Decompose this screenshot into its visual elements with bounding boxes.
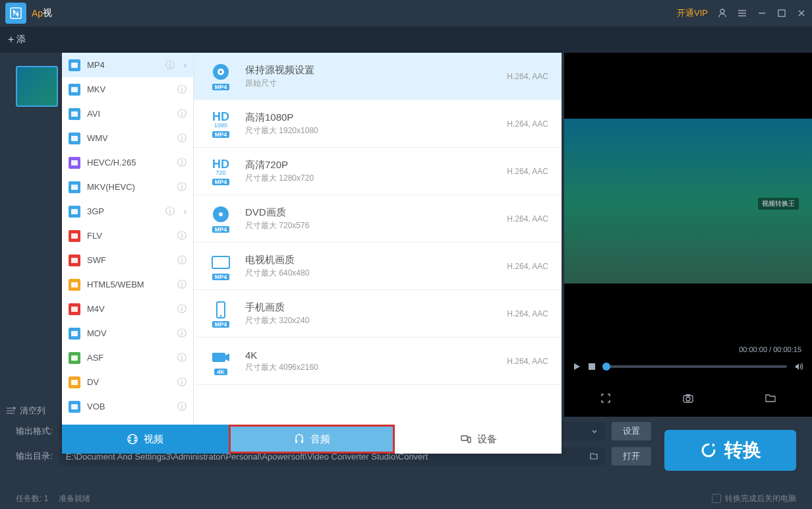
shutdown-checkbox[interactable] [712,494,721,503]
camera-icon[interactable] [682,392,694,404]
format-label: VOB [87,402,171,411]
preset-subtitle: 原始尺寸 [245,78,496,89]
info-icon[interactable]: ⓘ [177,254,187,266]
video-controls [564,353,812,380]
svg-rect-15 [71,355,78,361]
format-item-mkv[interactable]: MKV ⓘ [62,77,193,102]
fullscreen-icon[interactable] [600,392,612,404]
format-item-m4v[interactable]: M4V ⓘ [62,297,193,321]
preset-item-0[interactable]: MP4 保持源视频设置 原始尺寸 H.264, AAC [194,53,562,100]
preview-actions [564,386,812,410]
time-display: 00:00:00 / 00:00:15 [739,345,801,353]
maximize-button[interactable] [776,8,787,18]
video-preview: 视频转换王 [564,119,812,284]
open-button[interactable]: 打开 [612,447,651,465]
svg-rect-32 [295,440,297,443]
format-label: ASF [87,353,171,363]
svg-point-20 [219,71,222,73]
tab-video[interactable]: 视频 [62,425,229,454]
svg-rect-4 [71,87,78,92]
format-item-3gp[interactable]: 3GP ⓘ › [62,199,193,224]
format-item-hevch265[interactable]: HEVC/H.265 ⓘ [62,150,193,175]
convert-button[interactable]: 转换 [664,430,796,471]
info-icon[interactable]: ⓘ [177,230,187,242]
video-thumbnail[interactable] [16,66,58,107]
svg-rect-14 [71,331,78,336]
preset-item-6[interactable]: 4K 4K 尺寸最大 4096x2160 H.264, AAC [194,338,562,385]
preset-item-2[interactable]: HD720 MP4 高清720P 尺寸最大 1280x720 H.264, AA… [194,148,562,195]
info-icon[interactable]: ⓘ [177,108,187,120]
format-icon [69,157,80,169]
format-item-avi[interactable]: AVI ⓘ [62,102,193,126]
clear-list-button[interactable]: 清空列 [5,405,45,417]
tab-device[interactable]: 设备 [395,425,562,454]
format-item-mov[interactable]: MOV ⓘ [62,321,193,345]
svg-point-31 [134,440,136,442]
svg-rect-17 [71,404,78,409]
folder-icon[interactable] [765,392,776,404]
svg-rect-13 [71,307,78,312]
preset-subtitle: 尺寸最大 640x480 [245,268,496,279]
volume-icon[interactable] [794,361,804,372]
format-item-swf[interactable]: SWF ⓘ [62,248,193,272]
app-logo [5,3,26,24]
info-icon[interactable]: ⓘ [177,376,187,388]
info-icon[interactable]: ⓘ [177,157,187,169]
info-icon[interactable]: ⓘ [177,401,187,413]
tasks-count: 任务数: 1 [16,493,48,504]
format-item-flv[interactable]: FLV ⓘ [62,224,193,248]
preset-item-5[interactable]: MP4 手机画质 尺寸最大 320x240 H.264, AAC [194,290,562,338]
format-icon [69,328,80,340]
tab-audio[interactable]: 音频 [229,425,395,454]
format-item-mp4[interactable]: MP4 ⓘ › [62,53,193,77]
format-tabs: 视频 音频 设备 [62,425,562,454]
user-icon[interactable] [717,8,728,18]
preset-subtitle: 尺寸最大 1920x1080 [245,125,496,136]
format-item-mkvhevc[interactable]: MKV(HEVC) ⓘ [62,175,193,199]
info-icon[interactable]: ⓘ [177,181,187,193]
svg-rect-12 [71,282,78,287]
add-button[interactable]: +添 [8,34,26,45]
format-item-wmv[interactable]: WMV ⓘ [62,126,193,150]
preset-item-1[interactable]: HD1080 MP4 高清1080P 尺寸最大 1920x1080 H.264,… [194,100,562,148]
info-icon[interactable]: ⓘ [177,328,187,340]
info-icon[interactable]: ⓘ [165,59,175,71]
format-item-html5webm[interactable]: HTML5/WEBM ⓘ [62,272,193,297]
preset-subtitle: 尺寸最大 1280x720 [245,173,496,184]
info-icon[interactable]: ⓘ [177,279,187,291]
format-item-asf[interactable]: ASF ⓘ [62,345,193,370]
svg-rect-23 [212,256,229,268]
info-icon[interactable]: ⓘ [177,303,187,315]
status-ready: 准备就绪 [59,493,90,504]
svg-rect-2 [778,10,785,16]
info-icon[interactable]: ⓘ [177,133,187,144]
preset-codec: H.264, AAC [507,214,548,224]
menu-icon[interactable] [737,8,747,18]
info-icon[interactable]: ⓘ [177,84,187,96]
chevron-right-icon: › [184,207,187,216]
play-button[interactable] [572,362,581,371]
preset-list[interactable]: MP4 保持源视频设置 原始尺寸 H.264, AAC HD1080 MP4 高… [194,53,562,425]
info-icon[interactable]: ⓘ [177,352,187,364]
svg-point-27 [128,434,137,444]
format-item-vob[interactable]: VOB ⓘ [62,394,193,419]
close-button[interactable] [796,8,807,18]
vip-link[interactable]: 开通VIP [677,7,708,19]
preset-title: 4K [245,349,496,361]
format-icon [69,181,80,193]
preset-title: 手机画质 [245,301,496,314]
minimize-button[interactable] [757,8,767,18]
format-list[interactable]: MP4 ⓘ › MKV ⓘ AVI ⓘ WMV ⓘ HEVC/H.265 ⓘ M… [62,53,194,425]
info-icon[interactable]: ⓘ [165,206,175,218]
format-item-dv[interactable]: DV ⓘ [62,370,193,394]
format-icon [69,376,80,388]
preset-item-3[interactable]: MP4 DVD画质 尺寸最大 720x576 H.264, AAC [194,195,562,243]
progress-bar[interactable] [602,365,787,368]
settings-button[interactable]: 设置 [612,422,651,440]
format-label: WMV [87,133,171,143]
format-popup: MP4 ⓘ › MKV ⓘ AVI ⓘ WMV ⓘ HEVC/H.265 ⓘ M… [62,53,562,454]
preset-item-4[interactable]: MP4 电视机画质 尺寸最大 640x480 H.264, AAC [194,243,562,290]
stop-button[interactable] [588,363,596,371]
svg-point-29 [134,437,136,439]
format-icon [69,254,80,266]
